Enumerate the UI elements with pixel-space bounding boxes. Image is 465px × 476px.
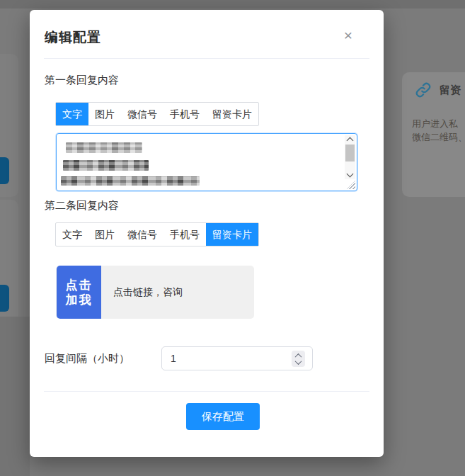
reply-interval-input[interactable] — [161, 346, 313, 370]
redacted-text-line — [63, 160, 149, 171]
scroll-down-icon[interactable] — [345, 171, 355, 179]
save-config-button[interactable]: 保存配置 — [186, 403, 260, 430]
backdrop-top-bar — [0, 0, 465, 8]
backdrop-bottom-band — [0, 317, 30, 476]
tab-wechat-id-2[interactable]: 微信号 — [121, 223, 163, 246]
tab-image-2[interactable]: 图片 — [88, 223, 121, 246]
backdrop-blue-button-2 — [0, 285, 9, 312]
tab-text-2[interactable]: 文字 — [56, 223, 88, 246]
resize-grip-icon[interactable] — [347, 181, 355, 189]
edit-config-modal: 编辑配置 × 第一条回复内容 文字 图片 微信号 手机号 留资卡片 第二条回复内… — [30, 10, 384, 457]
scroll-up-icon[interactable] — [345, 135, 355, 144]
tab-text-1[interactable]: 文字 — [56, 103, 88, 125]
lead-card-preview: 点击 加我 点击链接，咨询 — [56, 266, 254, 319]
reply-interval-label: 回复间隔（小时） — [45, 352, 130, 366]
redacted-text-line — [61, 176, 200, 186]
first-reply-tabbar: 文字 图片 微信号 手机号 留资卡片 — [55, 102, 259, 126]
backdrop-lead-panel-header: 留资 — [414, 81, 461, 99]
scrollbar-thumb[interactable] — [345, 144, 355, 162]
close-icon[interactable]: × — [340, 27, 357, 44]
second-reply-tabbar: 文字 图片 微信号 手机号 留资卡片 — [55, 222, 259, 246]
tab-lead-card-1[interactable]: 留资卡片 — [206, 103, 258, 125]
click-add-me-badge: 点击 加我 — [57, 266, 101, 319]
link-icon — [414, 81, 432, 99]
screen: 留资 用户进入私 微信二维码、 编辑配置 × 第一条回复内容 文字 图片 微信号… — [0, 0, 465, 476]
footer-divider — [44, 391, 369, 392]
backdrop-blue-button-1 — [0, 157, 9, 184]
badge-line: 加我 — [66, 293, 93, 307]
tab-wechat-id-1[interactable]: 微信号 — [121, 103, 163, 125]
tab-phone-1[interactable]: 手机号 — [163, 103, 206, 125]
modal-title: 编辑配置 — [45, 28, 101, 47]
backdrop-panel-title: 留资 — [440, 84, 461, 97]
lead-card-text: 点击链接，咨询 — [113, 266, 183, 319]
tab-lead-card-2[interactable]: 留资卡片 — [206, 223, 258, 246]
redacted-text-line — [66, 142, 142, 153]
tab-image-1[interactable]: 图片 — [88, 103, 121, 125]
header-divider — [44, 58, 369, 59]
first-reply-label: 第一条回复内容 — [45, 74, 119, 87]
reply-content-textarea[interactable] — [56, 133, 357, 191]
backdrop-panel-desc-line: 微信二维码、 — [412, 131, 465, 144]
backdrop-lead-panel: 留资 用户进入私 微信二维码、 — [402, 72, 465, 197]
second-reply-label: 第二条回复内容 — [45, 199, 119, 212]
backdrop-panel-desc-line: 用户进入私 — [412, 118, 465, 130]
tab-phone-2[interactable]: 手机号 — [163, 223, 206, 246]
textarea-scrollbar[interactable] — [345, 135, 355, 179]
badge-line: 点击 — [66, 278, 93, 293]
number-stepper[interactable] — [292, 351, 305, 367]
